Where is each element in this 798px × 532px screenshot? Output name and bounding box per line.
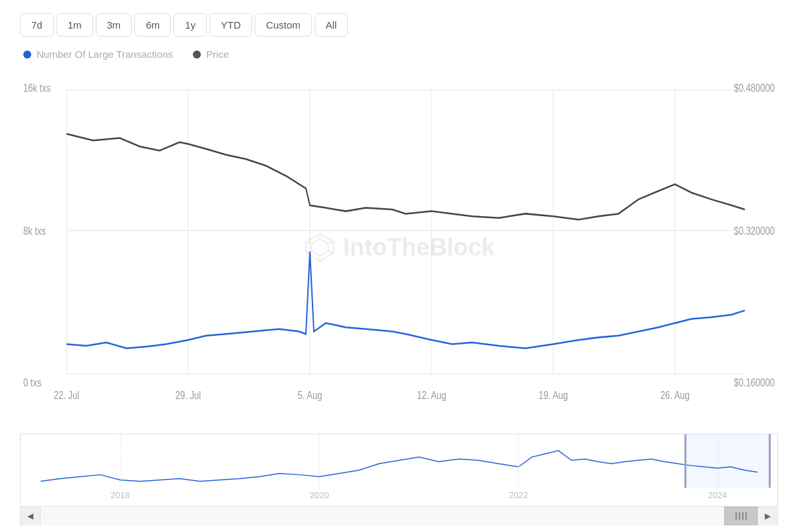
legend-dot-blue <box>23 51 31 59</box>
scroll-thumb[interactable] <box>724 507 757 525</box>
legend-large-tx: Number Of Large Transactions <box>23 49 173 60</box>
svg-text:22. Jul: 22. Jul <box>54 389 79 401</box>
main-container: 7d 1m 3m 6m 1y YTD Custom All Number Of … <box>0 0 798 532</box>
mini-chart-wrapper: 2018 2020 2022 2024 <box>20 434 778 507</box>
svg-text:2022: 2022 <box>509 490 528 500</box>
svg-text:2020: 2020 <box>310 490 329 500</box>
chart-legend: Number Of Large Transactions Price <box>20 49 778 60</box>
scroll-track <box>41 507 757 525</box>
grip-line-1 <box>735 512 737 520</box>
svg-rect-38 <box>684 434 686 488</box>
svg-rect-29 <box>684 434 771 488</box>
svg-text:16k txs: 16k txs <box>23 82 51 94</box>
svg-text:8k txs: 8k txs <box>23 225 46 237</box>
svg-text:19. Aug: 19. Aug <box>539 389 568 401</box>
svg-text:$0.480000: $0.480000 <box>734 82 775 94</box>
legend-price: Price <box>193 49 229 60</box>
legend-label-large-tx: Number Of Large Transactions <box>37 49 173 60</box>
btn-3m[interactable]: 3m <box>96 13 132 37</box>
svg-text:0 txs: 0 txs <box>23 376 41 388</box>
grip-line-4 <box>745 512 747 520</box>
scroll-left-button[interactable]: ◀ <box>21 507 41 525</box>
btn-custom[interactable]: Custom <box>255 13 312 37</box>
svg-text:2018: 2018 <box>110 490 130 500</box>
legend-label-price: Price <box>206 49 229 60</box>
svg-text:12. Aug: 12. Aug <box>417 389 446 401</box>
svg-text:2024: 2024 <box>708 490 728 500</box>
btn-1m[interactable]: 1m <box>57 13 93 37</box>
mini-chart-svg: 2018 2020 2022 2024 <box>21 434 777 506</box>
grip-line-2 <box>739 512 740 520</box>
grip-line-3 <box>742 512 743 520</box>
svg-text:$0.320000: $0.320000 <box>734 225 775 237</box>
scroll-right-button[interactable]: ▶ <box>757 507 777 525</box>
svg-text:29. Jul: 29. Jul <box>176 389 201 401</box>
svg-text:26. Aug: 26. Aug <box>660 389 690 401</box>
btn-ytd[interactable]: YTD <box>209 13 252 37</box>
scroll-thumb-grip <box>735 512 747 520</box>
btn-1y[interactable]: 1y <box>174 13 207 37</box>
legend-dot-dark <box>193 51 201 59</box>
btn-7d[interactable]: 7d <box>20 13 54 37</box>
svg-text:5. Aug: 5. Aug <box>298 389 323 401</box>
chart-area: IntoTheBlock 16k txs 8k txs 0 txs $0.480… <box>20 66 778 525</box>
main-chart-wrapper: IntoTheBlock 16k txs 8k txs 0 txs $0.480… <box>20 66 778 428</box>
btn-all[interactable]: All <box>315 13 348 37</box>
scroll-bar: ◀ ▶ <box>20 507 778 525</box>
btn-6m[interactable]: 6m <box>134 13 171 37</box>
time-range-buttons: 7d 1m 3m 6m 1y YTD Custom All <box>20 13 778 37</box>
main-chart-svg: 16k txs 8k txs 0 txs $0.480000 $0.320000… <box>20 66 778 428</box>
svg-text:$0.160000: $0.160000 <box>734 376 775 388</box>
svg-rect-39 <box>769 434 771 488</box>
